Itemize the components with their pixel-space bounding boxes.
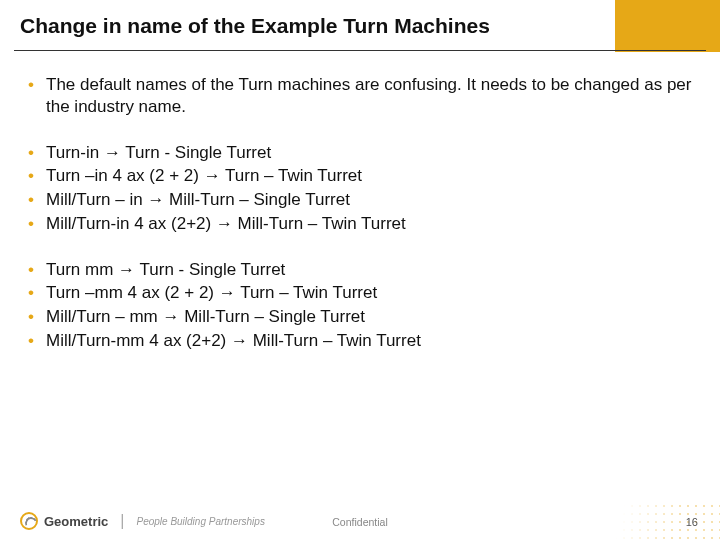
list-item-text: Turn-in → Turn - Single Turret — [46, 143, 271, 162]
group1-list: Turn-in → Turn - Single Turret Turn –in … — [28, 142, 692, 235]
list-item-text: Mill/Turn – in → Mill-Turn – Single Turr… — [46, 190, 350, 209]
slide-title: Change in name of the Example Turn Machi… — [0, 14, 615, 38]
list-item: Turn mm → Turn - Single Turret — [28, 259, 692, 281]
brand-tagline: People Building Partnerships — [136, 516, 264, 527]
separator-icon: | — [120, 512, 124, 530]
list-item: Mill/Turn – mm → Mill-Turn – Single Turr… — [28, 306, 692, 328]
list-item-text: Mill/Turn – mm → Mill-Turn – Single Turr… — [46, 307, 365, 326]
list-item: Turn –mm 4 ax (2 + 2) → Turn – Twin Turr… — [28, 282, 692, 304]
list-item-text: Turn mm → Turn - Single Turret — [46, 260, 285, 279]
spacer — [28, 237, 692, 259]
title-bar: Change in name of the Example Turn Machi… — [0, 0, 720, 52]
list-item: Mill/Turn-mm 4 ax (2+2) → Mill-Turn – Tw… — [28, 330, 692, 352]
list-item-text: Turn –mm 4 ax (2 + 2) → Turn – Twin Turr… — [46, 283, 377, 302]
footer-logo-block: Geometric | People Building Partnerships — [20, 512, 265, 530]
list-item: Turn-in → Turn - Single Turret — [28, 142, 692, 164]
list-item: Mill/Turn-in 4 ax (2+2) → Mill-Turn – Tw… — [28, 213, 692, 235]
list-item: Mill/Turn – in → Mill-Turn – Single Turr… — [28, 189, 692, 211]
intro-text: The default names of the Turn machines a… — [46, 75, 691, 116]
list-item: Turn –in 4 ax (2 + 2) → Turn – Twin Turr… — [28, 165, 692, 187]
footer: Geometric | People Building Partnerships… — [0, 502, 720, 540]
slide: Change in name of the Example Turn Machi… — [0, 0, 720, 540]
list-item-text: Mill/Turn-mm 4 ax (2+2) → Mill-Turn – Tw… — [46, 331, 421, 350]
title-accent-box — [615, 0, 720, 52]
list-item-text: Mill/Turn-in 4 ax (2+2) → Mill-Turn – Tw… — [46, 214, 406, 233]
list-item-text: Turn –in 4 ax (2 + 2) → Turn – Twin Turr… — [46, 166, 362, 185]
page-number: 16 — [686, 516, 698, 528]
title-underline — [14, 50, 706, 51]
footer-center-label: Confidential — [332, 516, 387, 528]
logo-icon — [20, 512, 38, 530]
intro-list: The default names of the Turn machines a… — [28, 74, 692, 118]
slide-body: The default names of the Turn machines a… — [0, 52, 720, 352]
group2-list: Turn mm → Turn - Single Turret Turn –mm … — [28, 259, 692, 352]
footer-decoration — [580, 502, 720, 540]
brand-name: Geometric — [44, 514, 108, 529]
intro-bullet: The default names of the Turn machines a… — [28, 74, 692, 118]
spacer — [28, 120, 692, 142]
